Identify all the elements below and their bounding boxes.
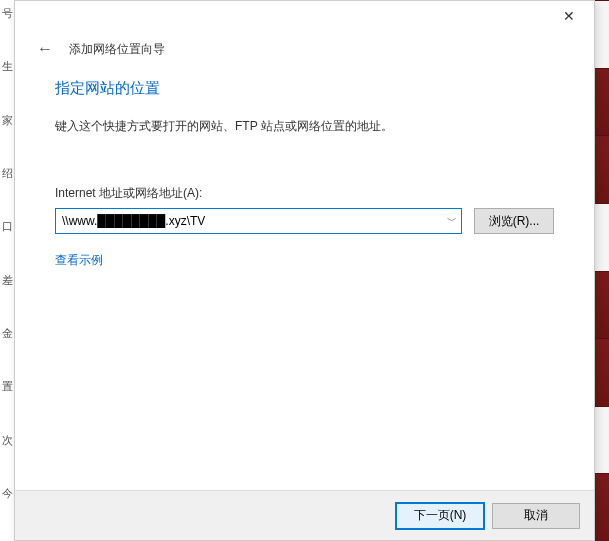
background-left-strip: 号 生 家 绍 口 差 金 置 次 今 [0, 0, 14, 541]
wizard-content: 指定网站的位置 键入这个快捷方式要打开的网站、FTP 站点或网络位置的地址。 I… [15, 79, 594, 490]
address-dropdown-button[interactable]: ﹀ [441, 209, 461, 233]
add-network-location-dialog: ✕ ← 添加网络位置向导 指定网站的位置 键入这个快捷方式要打开的网站、FTP … [14, 0, 595, 541]
background-right-strip [595, 0, 609, 541]
chevron-down-icon: ﹀ [447, 214, 457, 228]
close-button[interactable]: ✕ [546, 2, 592, 30]
wizard-title: 添加网络位置向导 [69, 41, 165, 58]
back-button[interactable]: ← [35, 39, 55, 59]
page-subtext: 键入这个快捷方式要打开的网站、FTP 站点或网络位置的地址。 [55, 118, 554, 135]
cancel-button[interactable]: 取消 [492, 503, 580, 529]
view-examples-link[interactable]: 查看示例 [55, 252, 554, 269]
address-row: ﹀ 浏览(R)... [55, 208, 554, 234]
address-input[interactable] [56, 209, 441, 233]
browse-button[interactable]: 浏览(R)... [474, 208, 554, 234]
close-icon: ✕ [563, 8, 575, 24]
wizard-header: ← 添加网络位置向导 [15, 31, 594, 79]
address-combobox[interactable]: ﹀ [55, 208, 462, 234]
arrow-left-icon: ← [37, 40, 53, 58]
wizard-footer: 下一页(N) 取消 [15, 490, 594, 540]
next-button[interactable]: 下一页(N) [396, 503, 484, 529]
page-heading: 指定网站的位置 [55, 79, 554, 98]
address-label: Internet 地址或网络地址(A): [55, 185, 554, 202]
titlebar: ✕ [15, 1, 594, 31]
